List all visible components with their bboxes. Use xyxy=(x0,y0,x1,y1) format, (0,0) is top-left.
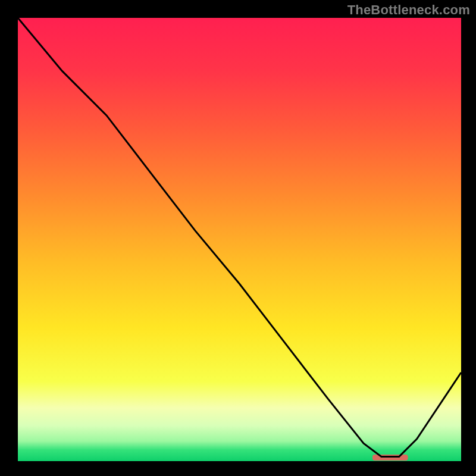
plot-area xyxy=(18,18,461,461)
bottleneck-chart xyxy=(0,0,476,476)
chart-frame: TheBottleneck.com xyxy=(0,0,476,476)
optimal-range-marker xyxy=(372,455,408,461)
